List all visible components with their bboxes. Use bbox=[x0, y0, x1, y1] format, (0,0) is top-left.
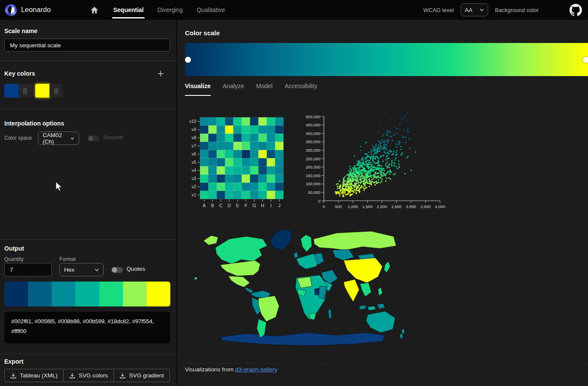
section-divider bbox=[0, 354, 177, 354]
svg-text:A: A bbox=[203, 203, 206, 208]
delete-key-color-button[interactable] bbox=[49, 84, 63, 98]
brand: Leonardo bbox=[0, 4, 51, 16]
svg-text:300,000: 300,000 bbox=[306, 148, 320, 153]
tab-model[interactable]: Model bbox=[256, 83, 272, 96]
svg-text:150,000: 150,000 bbox=[306, 173, 320, 178]
svg-text:v5: v5 bbox=[191, 160, 196, 165]
palette-color bbox=[75, 282, 99, 306]
svg-text:v6: v6 bbox=[191, 152, 196, 156]
chevron-down-icon bbox=[480, 9, 484, 11]
format-value: Hex bbox=[64, 267, 74, 273]
smooth-toggle[interactable] bbox=[88, 135, 99, 141]
visualizations-caption: Visualizations from d3-graph-gallery bbox=[185, 366, 277, 373]
svg-text:2,500: 2,500 bbox=[391, 204, 402, 209]
gradient-handle-end[interactable] bbox=[583, 57, 588, 63]
export-heading: Export bbox=[4, 358, 23, 365]
nav-tab-sequential[interactable]: Sequential bbox=[106, 0, 151, 20]
wcag-level-select[interactable]: AA bbox=[461, 3, 488, 16]
download-icon bbox=[69, 373, 75, 379]
quantity-label: Quantity bbox=[4, 256, 24, 262]
background-color-label: Background color bbox=[495, 7, 539, 13]
gradient-handle-start[interactable] bbox=[185, 57, 191, 63]
svg-text:3,500: 3,500 bbox=[420, 204, 431, 209]
github-link[interactable] bbox=[570, 4, 582, 16]
d3-graph-gallery-link[interactable]: d3-graph-gallery bbox=[235, 366, 277, 373]
nav-tab-diverging[interactable]: Diverging bbox=[151, 0, 190, 20]
svg-text:250,000: 250,000 bbox=[306, 156, 320, 161]
home-icon bbox=[90, 6, 99, 14]
palette-color bbox=[4, 282, 28, 306]
svg-text:4,000: 4,000 bbox=[435, 204, 445, 209]
leonardo-logo-icon bbox=[5, 4, 17, 16]
color-space-select[interactable]: CAM02 (Ch) bbox=[38, 132, 79, 145]
nav-tab-qualitative[interactable]: Qualitative bbox=[190, 0, 232, 20]
svg-text:450,000: 450,000 bbox=[306, 123, 320, 127]
svg-text:E: E bbox=[236, 203, 239, 208]
tab-visualize[interactable]: Visualize bbox=[185, 83, 211, 96]
export-button-label: SVG colors bbox=[79, 372, 108, 379]
header-right: WCAG level AA Background color bbox=[423, 3, 588, 16]
primary-nav: Sequential Diverging Qualitative bbox=[83, 0, 232, 20]
svg-text:350,000: 350,000 bbox=[306, 139, 320, 144]
output-palette-strip bbox=[4, 282, 170, 306]
quantity-input[interactable] bbox=[4, 263, 52, 276]
leonardo-app: Leonardo Sequential Diverging Qualitativ… bbox=[0, 0, 588, 386]
hex-values-output: #002f61, #005f85, #008b98, #00b599, #18d… bbox=[4, 312, 170, 343]
export-tableau-button[interactable]: Tableau (XML) bbox=[4, 369, 64, 382]
home-button[interactable] bbox=[83, 0, 106, 20]
svg-text:500,000: 500,000 bbox=[306, 114, 320, 119]
brand-title: Leonardo bbox=[21, 6, 51, 14]
svg-text:G: G bbox=[252, 203, 256, 208]
svg-text:v4: v4 bbox=[191, 168, 196, 173]
section-divider bbox=[0, 239, 177, 240]
svg-text:v9: v9 bbox=[191, 127, 196, 132]
export-svg-colors-button[interactable]: SVG colors bbox=[63, 369, 114, 382]
svg-text:2,000: 2,000 bbox=[377, 204, 387, 209]
delete-key-color-button[interactable] bbox=[18, 84, 32, 98]
svg-text:200,000: 200,000 bbox=[306, 165, 320, 169]
svg-text:H: H bbox=[261, 203, 265, 208]
svg-text:J: J bbox=[278, 203, 280, 208]
svg-text:v2: v2 bbox=[191, 184, 196, 189]
svg-text:v7: v7 bbox=[191, 144, 196, 148]
svg-text:B: B bbox=[211, 203, 214, 208]
trash-icon bbox=[53, 88, 59, 94]
format-select[interactable]: Hex bbox=[59, 263, 104, 276]
output-heading: Output bbox=[4, 245, 24, 252]
svg-text:0: 0 bbox=[323, 204, 325, 209]
scatter-chart: 050,000100,000150,000200,000250,000300,0… bbox=[299, 105, 447, 212]
svg-text:v1: v1 bbox=[191, 193, 196, 197]
color-space-value: CAM02 (Ch) bbox=[43, 132, 71, 145]
wcag-level-value: AA bbox=[465, 7, 472, 13]
color-scale-gradient bbox=[185, 43, 588, 76]
quotes-toggle[interactable] bbox=[111, 267, 123, 273]
tab-analyze[interactable]: Analyze bbox=[223, 83, 244, 96]
github-icon bbox=[570, 4, 582, 16]
key-color-swatch-yellow[interactable] bbox=[35, 84, 49, 98]
svg-text:v3: v3 bbox=[191, 176, 196, 181]
svg-text:C: C bbox=[219, 203, 223, 208]
download-icon bbox=[10, 373, 16, 379]
scale-name-input[interactable] bbox=[4, 39, 170, 52]
key-color-item bbox=[35, 84, 63, 98]
smooth-toggle-label: Smooth bbox=[103, 134, 123, 141]
svg-text:1,000: 1,000 bbox=[348, 204, 358, 209]
settings-sidebar: Scale name Key colors bbox=[0, 20, 177, 386]
key-color-swatch-blue[interactable] bbox=[4, 84, 18, 98]
color-scale-heading: Color scale bbox=[185, 29, 220, 37]
main-panel: Color scale Visualize Analyze Model Acce… bbox=[178, 20, 588, 386]
svg-text:100,000: 100,000 bbox=[306, 181, 320, 186]
export-svg-gradient-button[interactable]: SVG gradient bbox=[114, 369, 170, 382]
palette-color bbox=[28, 282, 52, 306]
tab-accessibility[interactable]: Accessibility bbox=[285, 83, 317, 96]
color-space-label: Color space bbox=[4, 135, 32, 141]
svg-text:3,000: 3,000 bbox=[406, 204, 416, 209]
format-label: Format bbox=[59, 256, 76, 262]
svg-text:v8: v8 bbox=[191, 135, 196, 140]
export-buttons: Tableau (XML) SVG colors SVG gradient bbox=[4, 369, 170, 382]
top-navigation-bar: Leonardo Sequential Diverging Qualitativ… bbox=[0, 0, 588, 20]
section-divider bbox=[0, 61, 177, 61]
key-colors-heading: Key colors bbox=[4, 70, 35, 77]
svg-text:I: I bbox=[270, 203, 271, 208]
add-key-color-button[interactable] bbox=[156, 69, 165, 78]
